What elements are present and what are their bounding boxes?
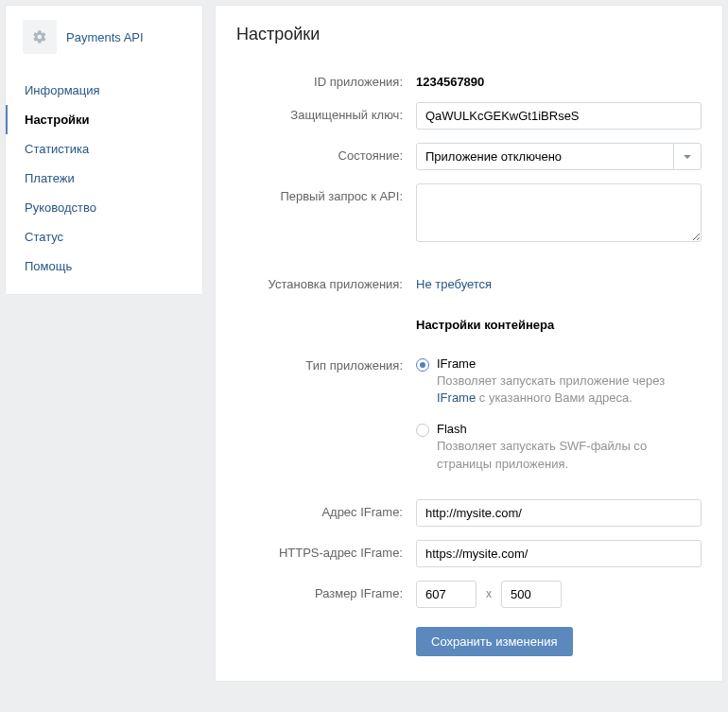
sidebar-item-settings[interactable]: Настройки xyxy=(6,105,202,134)
sidebar-item-status[interactable]: Статус xyxy=(6,222,202,252)
iframe-addr-input[interactable] xyxy=(416,499,702,527)
sidebar-item-info[interactable]: Информация xyxy=(6,76,202,105)
iframe-https-input[interactable] xyxy=(416,540,702,567)
radio-flash[interactable] xyxy=(416,424,429,437)
sidebar: Payments API Информация Настройки Статис… xyxy=(5,5,203,295)
label-iframe-https: HTTPS-адрес IFrame: xyxy=(236,540,416,560)
sidebar-menu: Информация Настройки Статистика Платежи … xyxy=(6,68,202,294)
sidebar-item-payments[interactable]: Платежи xyxy=(6,164,202,193)
label-first-request: Первый запрос к API: xyxy=(236,183,416,203)
state-select-value: Приложение отключено xyxy=(425,149,562,164)
app-title: Payments API xyxy=(66,30,144,44)
radio-iframe-desc: Позволяет запускать приложение через IFr… xyxy=(437,373,702,407)
label-secret: Защищенный ключ: xyxy=(236,102,416,122)
label-iframe-addr: Адрес IFrame: xyxy=(236,499,416,519)
label-iframe-size: Размер IFrame: xyxy=(236,581,416,600)
sidebar-item-guide[interactable]: Руководство xyxy=(6,193,202,222)
radio-flash-label: Flash xyxy=(437,422,702,436)
iframe-width-input[interactable] xyxy=(416,581,477,608)
select-separator xyxy=(673,144,674,169)
sidebar-item-stats[interactable]: Статистика xyxy=(6,134,202,164)
iframe-height-input[interactable] xyxy=(501,581,562,608)
label-app-id: ID приложения: xyxy=(236,69,416,89)
label-app-type: Тип приложения: xyxy=(236,356,416,373)
main-panel: Настройки ID приложения: 1234567890 Защи… xyxy=(215,5,723,682)
size-separator: x xyxy=(486,587,492,600)
app-type-radio-group: IFrame Позволяет запускать приложение че… xyxy=(416,356,702,473)
state-select[interactable]: Приложение отключено xyxy=(416,143,702,170)
page-title: Настройки xyxy=(236,25,702,44)
sidebar-item-help[interactable]: Помощь xyxy=(6,252,202,281)
radio-iframe-label: IFrame xyxy=(437,356,702,371)
label-install: Установка приложения: xyxy=(236,271,416,291)
label-state: Состояние: xyxy=(236,143,416,163)
first-request-textarea[interactable] xyxy=(416,183,702,242)
iframe-desc-link[interactable]: IFrame xyxy=(437,391,476,405)
sidebar-header: Payments API xyxy=(6,6,202,68)
install-link[interactable]: Не требуется xyxy=(416,277,492,291)
radio-iframe[interactable] xyxy=(416,358,429,372)
radio-flash-desc: Позволяет запускать SWF-файлы со страниц… xyxy=(437,438,702,472)
value-app-id: 1234567890 xyxy=(416,69,702,89)
secret-input[interactable] xyxy=(416,102,702,130)
save-button[interactable]: Сохранить изменения xyxy=(416,627,573,656)
container-heading: Настройки контейнера xyxy=(416,318,702,332)
gear-icon xyxy=(23,20,57,54)
